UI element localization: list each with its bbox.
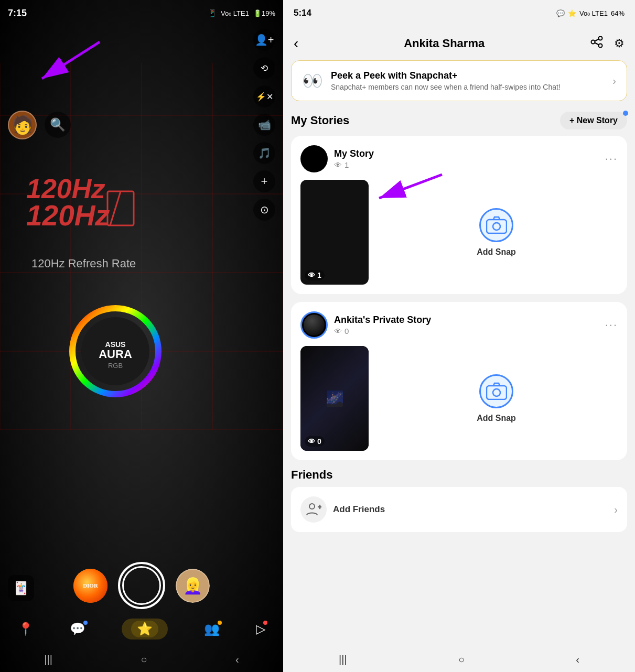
settings-button[interactable]: ⚙ (614, 37, 625, 50)
private-story-header: Ankita's Private Story 👁 0 ··· (300, 311, 618, 339)
nav-camera[interactable]: ⭐ (122, 619, 168, 640)
music-button[interactable]: 🎵 (253, 142, 275, 164)
sys-nav-right: ||| ○ ‹ (283, 647, 635, 672)
search-button[interactable]: 🔍 (45, 112, 71, 138)
add-friends-row[interactable]: Add Friends › (291, 487, 627, 532)
add-snap-camera-icon (479, 208, 513, 242)
svg-point-10 (599, 36, 602, 40)
share-button[interactable] (590, 36, 604, 51)
music-icon: 🎵 (258, 147, 271, 159)
svg-point-12 (591, 40, 595, 44)
svg-line-13 (595, 39, 599, 41)
back-button[interactable]: ‹ (294, 35, 298, 52)
status-bar-left: 7:15 📱 Vo₀ LTE1 🔋19% (0, 0, 283, 26)
shutter-button[interactable] (118, 562, 165, 609)
private-story-thumbnail[interactable]: 🌌 👁 0 (300, 346, 369, 451)
add-snap-area-my-story[interactable]: Add Snap (375, 180, 618, 285)
thumb-eye-icon: 👁 (308, 271, 315, 279)
svg-point-21 (309, 504, 315, 509)
my-story-info: My Story 👁 1 (334, 148, 599, 169)
private-story-content: 🌌 👁 0 Add Snap (300, 346, 618, 451)
svg-point-11 (599, 44, 602, 47)
private-story-name: Ankita's Private Story (334, 315, 599, 326)
add-friends-icon (300, 496, 327, 523)
header-actions: ⚙ (590, 36, 625, 51)
peek-chevron-icon: › (612, 75, 616, 87)
private-story-info: Ankita's Private Story 👁 0 (334, 315, 599, 335)
svg-rect-17 (487, 220, 507, 233)
private-story-avatar (300, 311, 328, 339)
scroll-content[interactable]: 👀 Peek a Peek with Snapchat+ Snapchat+ m… (283, 60, 635, 647)
sys-menu-right[interactable]: ||| (339, 654, 347, 666)
nav-friends[interactable]: 👥 (204, 622, 220, 636)
private-thumb-eye-icon: 👁 (308, 437, 315, 446)
my-story-avatar (300, 145, 328, 172)
peek-card[interactable]: 👀 Peek a Peek with Snapchat+ Snapchat+ m… (291, 60, 627, 101)
my-story-card[interactable]: My Story 👁 1 ··· (291, 136, 627, 294)
private-view-eye-icon: 👁 (334, 327, 342, 335)
add-snap-label-private-story: Add Snap (477, 414, 516, 423)
svg-text:RGB: RGB (108, 362, 123, 370)
view-count: 1 (345, 160, 349, 169)
peek-icon: 👀 (302, 71, 323, 91)
sys-menu-left[interactable]: ||| (44, 654, 52, 666)
add-friend-button[interactable]: 👤+ (253, 29, 275, 51)
shutter-inner (122, 566, 161, 605)
bottom-controls: DIOR 👱‍♀️ (0, 562, 283, 609)
status-bar-right: 5:14 💬 ⭐ Vo₀ LTE1 64% (283, 0, 635, 26)
my-story-views: 👁 1 (334, 160, 599, 169)
sys-back-left[interactable]: ‹ (235, 654, 239, 666)
svg-line-14 (595, 42, 599, 45)
sys-home-right[interactable]: ○ (458, 654, 465, 666)
nav-bar-left: 📍 💬 ⭐ 👥 ▷ (0, 612, 283, 646)
snapchat-plus-icon: ⭐ (568, 9, 576, 17)
nav-send[interactable]: ▷ (256, 622, 265, 636)
nav-chat[interactable]: 💬 (70, 622, 85, 636)
profile-avatar-button[interactable]: 🧑 (8, 111, 37, 139)
flip-camera-button[interactable]: ⟲ (253, 57, 275, 79)
dior-filter-button[interactable]: DIOR (73, 569, 107, 603)
private-story-more-button[interactable]: ··· (605, 318, 618, 332)
add-snap-area-private-story[interactable]: Add Snap (375, 346, 618, 451)
add-button[interactable]: + (253, 170, 275, 192)
add-snap-camera-icon-private (479, 374, 513, 408)
sys-nav-left: ||| ○ ‹ (0, 647, 283, 672)
sys-back-right[interactable]: ‹ (576, 654, 579, 666)
sys-home-left[interactable]: ○ (141, 654, 147, 666)
chat-status-icon: 💬 (556, 9, 565, 17)
flip-icon: ⟲ (261, 63, 268, 74)
flash-icon: ⚡✕ (256, 92, 273, 102)
svg-rect-19 (487, 386, 507, 399)
new-story-button[interactable]: + New Story (560, 112, 627, 129)
top-controls: 🧑 🔍 👤+ ⟲ ⚡✕ 📹 🎵 + ⊙ (0, 29, 283, 221)
top-right-controls: 👤+ ⟲ ⚡✕ 📹 🎵 + ⊙ (253, 29, 275, 221)
story-content-wrap: 👁 1 Add Snap (300, 180, 618, 285)
location-icon: 📍 (18, 622, 34, 636)
flash-button[interactable]: ⚡✕ (253, 85, 275, 107)
time-left: 7:15 (8, 8, 27, 19)
avatar-filter-button[interactable]: 👱‍♀️ (176, 569, 210, 603)
aura-rgb-logo: ASUS AURA RGB (68, 304, 163, 400)
video-button[interactable]: 📹 (253, 114, 275, 136)
whatsapp-icon: 📱 (208, 9, 217, 17)
thumb-bg (300, 180, 369, 285)
my-story-more-button[interactable]: ··· (605, 152, 618, 166)
view-eye-icon: 👁 (334, 160, 342, 169)
scan-button[interactable]: ⊙ (253, 199, 275, 221)
private-thumb-view-count: 👁 0 (305, 436, 325, 447)
hz-subtext: 120Hz Refresh Rate (31, 257, 136, 270)
svg-text:AURA: AURA (99, 348, 132, 361)
my-story-thumbnail[interactable]: 👁 1 (300, 180, 369, 285)
friends-title: Friends (291, 468, 627, 482)
header-right: ‹ Ankita Sharma ⚙ (283, 26, 635, 60)
battery-right: 64% (611, 9, 625, 17)
thumb-view-count: 👁 1 (305, 270, 325, 280)
private-story-views: 👁 0 (334, 327, 599, 335)
new-story-dot (623, 111, 628, 116)
private-story-card[interactable]: Ankita's Private Story 👁 0 ··· 🌌 👁 0 (291, 302, 627, 460)
friends-section: Friends Add Friends › (291, 468, 627, 532)
my-story-content: 👁 1 Add Snap (300, 180, 618, 285)
status-icons-right: 💬 ⭐ Vo₀ LTE1 64% (556, 9, 625, 17)
nav-location[interactable]: 📍 (18, 622, 34, 636)
right-panel: 5:14 💬 ⭐ Vo₀ LTE1 64% ‹ Ankita Sharma ⚙ (283, 0, 635, 672)
